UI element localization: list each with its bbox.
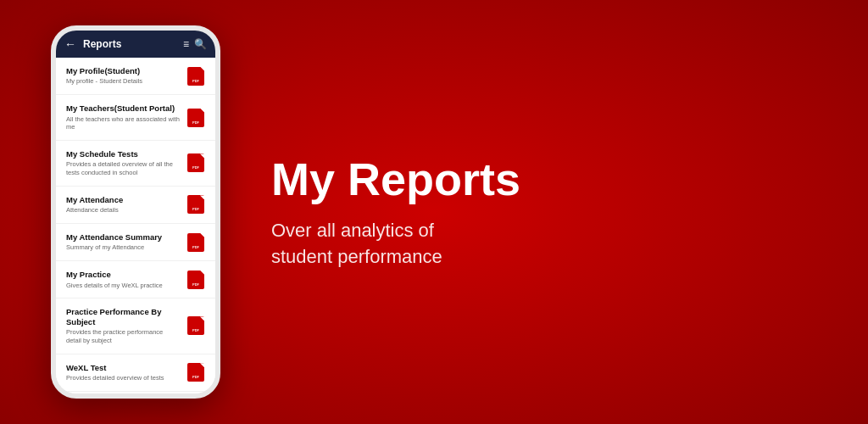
pdf-icon-0 <box>186 67 205 86</box>
report-item-desc-5: Gives details of my WeXL practice <box>66 282 180 290</box>
list-item[interactable]: My Practice Gives details of my WeXL pra… <box>56 261 215 298</box>
pdf-icon-3 <box>186 195 205 214</box>
report-item-title-0: My Profile(Student) <box>66 66 180 75</box>
list-item[interactable]: My Teachers(Student Portal) All the teac… <box>56 95 215 141</box>
reports-list: My Profile(Student) My profile - Student… <box>56 58 215 393</box>
report-item-desc-0: My profile - Student Details <box>66 77 180 86</box>
report-item-text-3: My Attendance Attendance details <box>66 195 180 215</box>
pdf-icon-5 <box>186 271 205 289</box>
back-icon[interactable]: ← <box>64 37 76 51</box>
pdf-icon-4 <box>186 233 205 252</box>
list-item[interactable]: WeXL Test Provides detailed overview of … <box>56 354 215 392</box>
pdf-icon-2 <box>186 153 205 172</box>
pdf-icon-6 <box>186 316 205 335</box>
report-item-text-7: WeXL Test Provides detailed overview of … <box>66 363 180 382</box>
report-item-text-4: My Attendance Summary Summary of my Atte… <box>66 232 180 252</box>
filter-icon[interactable]: ≡ <box>183 38 189 50</box>
report-item-title-4: My Attendance Summary <box>66 232 180 242</box>
search-icon[interactable]: 🔍 <box>194 38 207 50</box>
main-title: My Reports <box>271 154 520 204</box>
report-item-title-2: My Schedule Tests <box>66 149 180 159</box>
report-item-text-5: My Practice Gives details of my WeXL pra… <box>66 270 180 289</box>
report-item-desc-6: Provides the practice performance detail… <box>66 328 180 345</box>
report-item-text-2: My Schedule Tests Provides a detailed ov… <box>66 149 180 177</box>
report-item-desc-4: Summary of my Attendance <box>66 243 180 252</box>
report-item-title-5: My Practice <box>66 270 180 279</box>
pdf-icon-7 <box>186 363 205 382</box>
report-item-text-1: My Teachers(Student Portal) All the teac… <box>66 103 180 131</box>
report-item-desc-3: Attendance details <box>66 206 180 215</box>
header-actions: ≡ 🔍 <box>183 38 207 50</box>
list-item[interactable]: Practice Performance By Subject Provides… <box>56 298 215 354</box>
app-header: ← Reports ≡ 🔍 <box>56 31 215 58</box>
list-item[interactable]: My Schedule Tests Provides a detailed ov… <box>56 141 215 187</box>
phone-frame: ← Reports ≡ 🔍 My Profile(Student) My pro… <box>51 25 220 399</box>
report-item-title-7: WeXL Test <box>66 363 180 372</box>
report-item-text-0: My Profile(Student) My profile - Student… <box>66 66 180 86</box>
list-item[interactable]: My Attendance Summary Summary of my Atte… <box>56 224 215 261</box>
report-item-desc-2: Provides a detailed overview of all the … <box>66 160 180 177</box>
list-item[interactable]: My Profile(Student) My profile - Student… <box>56 58 215 95</box>
pdf-icon-1 <box>186 109 205 127</box>
report-item-title-1: My Teachers(Student Portal) <box>66 103 180 113</box>
report-item-title-6: Practice Performance By Subject <box>66 307 180 326</box>
list-item[interactable]: My Attendance Attendance details <box>56 187 215 224</box>
phone-mockup: ← Reports ≡ 🔍 My Profile(Student) My pro… <box>51 25 220 399</box>
report-item-text-6: Practice Performance By Subject Provides… <box>66 307 180 344</box>
report-item-desc-1: All the teachers who are associated with… <box>66 115 180 132</box>
right-panel: My Reports Over all analytics ofstudent … <box>220 154 817 271</box>
header-title: Reports <box>83 38 176 50</box>
report-item-desc-7: Provides detailed overview of tests <box>66 374 180 382</box>
report-item-title-3: My Attendance <box>66 195 180 204</box>
sub-title: Over all analytics ofstudent performance <box>271 218 442 271</box>
